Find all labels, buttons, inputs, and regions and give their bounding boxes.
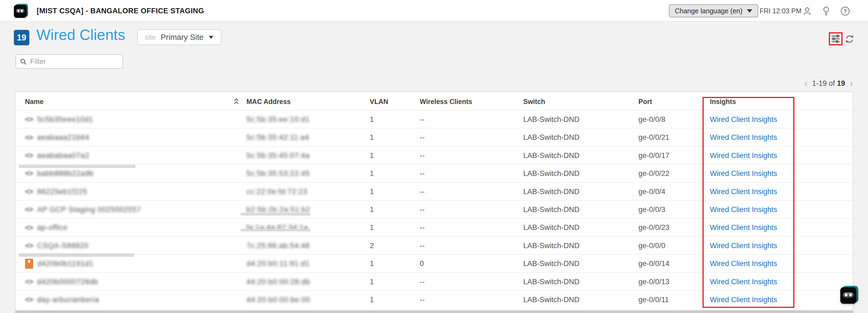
wired-device-icon: <> [25, 277, 33, 286]
site-selector[interactable]: site Primary Site [137, 29, 221, 45]
next-page-icon[interactable]: › [849, 78, 853, 89]
wired-client-insights-link[interactable]: Wired Client Insights [710, 201, 777, 218]
horizontal-scrollbar[interactable] [16, 310, 853, 313]
redaction-bar [241, 213, 310, 215]
wired-client-insights-link[interactable]: Wired Client Insights [710, 183, 777, 201]
port-value: ge-0/0/17 [639, 147, 670, 165]
site-selector-value: Primary Site [160, 33, 204, 42]
wired-client-insights-link[interactable]: Wired Client Insights [710, 237, 777, 255]
vlan-value: 1 [370, 291, 374, 309]
annotation-highlight-table-settings-icon [829, 32, 842, 45]
client-name-cell: <> AP GCP Staging 0025002557 [25, 201, 141, 218]
column-header-wireless[interactable]: Wireless Clients [420, 92, 472, 110]
wireless-clients-value: -- [420, 183, 425, 201]
table-row: <> aeababaa07a2 5c:5b:35:45:07:4a 1 -- L… [16, 146, 853, 164]
wired-client-insights-link[interactable]: Wired Client Insights [710, 110, 777, 129]
pagination: ‹ 1-19 of 19 › [804, 78, 853, 89]
refresh-icon[interactable] [844, 34, 855, 44]
column-header-insights[interactable]: Insights [710, 92, 736, 110]
port-value: ge-0/0/8 [639, 110, 665, 129]
whats-new-bulb-icon[interactable] [821, 6, 831, 16]
vlan-value: 1 [370, 110, 374, 129]
wired-client-insights-link[interactable]: Wired Client Insights [710, 218, 777, 237]
wired-clients-page: [MIST CSQA] - BANGALORE OFFICE STAGING C… [0, 0, 868, 313]
redaction-bar [19, 165, 135, 168]
vlan-value: 1 [370, 273, 374, 291]
change-language-button[interactable]: Change language (en) [669, 4, 758, 18]
chevron-down-icon [747, 9, 752, 13]
prev-page-icon[interactable]: ‹ [804, 78, 808, 89]
switch-name: LAB-Switch-DND [523, 165, 580, 182]
client-name-cell: <> 5c5b35eee10d1 [25, 110, 93, 129]
vlan-value: 1 [370, 218, 374, 237]
column-header-port[interactable]: Port [639, 92, 652, 110]
switch-name: LAB-Switch-DND [523, 218, 580, 237]
client-name: aeababaa07a2 [37, 147, 89, 165]
switch-name: LAB-Switch-DND [523, 129, 580, 146]
table-settings-icon[interactable] [831, 34, 841, 44]
column-header-name[interactable]: Name [25, 92, 43, 110]
filter-input[interactable] [30, 57, 119, 66]
wired-device-icon: <> [25, 205, 33, 214]
table-row: <> ap-office fa:1a:4a:87:34:1a 1 -- LAB-… [16, 218, 853, 236]
marvis-logo-icon [14, 4, 28, 18]
wireless-clients-value: -- [420, 129, 425, 146]
chevron-down-icon [209, 36, 214, 39]
client-name: ap-office [37, 218, 68, 237]
mac-address: fa:1a:4a:87:34:1a [246, 218, 308, 237]
client-name: 88225eb1f225 [37, 183, 88, 201]
mac-address: 44:20:b0:00:28:db [246, 273, 310, 291]
mac-address: 5c:5b:35:53:22:45 [246, 165, 310, 182]
wired-client-insights-link[interactable]: Wired Client Insights [710, 147, 777, 165]
mac-address: 44:20:b0:00:be:00 [246, 291, 310, 309]
wired-device-icon: <> [25, 115, 33, 124]
vlan-value: 1 [370, 201, 374, 218]
port-value: ge-0/0/4 [639, 183, 665, 201]
help-icon[interactable]: ? [840, 6, 850, 16]
table-row: <> aeabaaa21b64 5c:5b:35:42:11:a4 1 -- L… [16, 128, 853, 146]
table-row: <> AP GCP Staging 0025002557 b2:5b:2b:2a… [16, 200, 853, 218]
mac-address: b2:5b:2b:2a:51:b2 [246, 201, 310, 218]
wireless-clients-value: -- [420, 291, 425, 309]
wired-client-insights-link[interactable]: Wired Client Insights [710, 273, 777, 291]
wired-device-icon: <> [25, 151, 33, 160]
wired-device-icon: <> [25, 169, 33, 178]
port-value: ge-0/0/22 [639, 165, 670, 182]
wired-client-insights-link[interactable]: Wired Client Insights [710, 165, 777, 182]
client-name: d420b0b1191d1 [37, 255, 93, 273]
switch-name: LAB-Switch-DND [523, 255, 580, 273]
switch-name: LAB-Switch-DND [523, 183, 580, 201]
wired-client-insights-link[interactable]: Wired Client Insights [710, 291, 777, 309]
wired-device-icon: <> [25, 223, 33, 232]
port-value: ge-0/0/0 [639, 237, 665, 255]
client-name-cell: <> CSQA-S88820 [25, 237, 89, 255]
change-language-label: Change language (en) [675, 7, 743, 15]
mac-address: 5c:5b:35:45:07:4a [246, 147, 310, 165]
marvis-chat-launcher-icon[interactable] [840, 286, 858, 304]
table-row: d420b0b1191d1 d4:20:b0:11:91:d1 1 0 LAB-… [16, 254, 853, 272]
client-name-cell: <> day-arburianberia [25, 291, 99, 309]
wireless-clients-value: -- [420, 201, 425, 218]
table-header-row: Name MAC Address VLAN Wireless Clients S… [16, 92, 853, 110]
wired-client-insights-link[interactable]: Wired Client Insights [710, 129, 777, 146]
wired-client-insights-link[interactable]: Wired Client Insights [710, 255, 777, 273]
column-header-vlan[interactable]: VLAN [370, 92, 388, 110]
mac-address: 5c:5b:35:ee:10:d1 [246, 110, 310, 129]
sort-ascending-icon[interactable] [233, 98, 240, 106]
table-row: <> CSQA-S88820 7c:25:86:ab:54:48 2 -- LA… [16, 236, 853, 254]
client-name-cell: <> aeababaa07a2 [25, 147, 89, 165]
wireless-clients-value: -- [420, 273, 425, 291]
client-name: AP GCP Staging 0025002557 [37, 201, 141, 218]
account-icon[interactable] [802, 6, 812, 16]
wired-device-icon: <> [25, 241, 33, 250]
port-value: ge-0/0/13 [639, 273, 670, 291]
client-name-cell: <> aeabaaa21b64 [25, 129, 89, 146]
mac-address: 7c:25:86:ab:54:48 [246, 237, 310, 255]
site-selector-label: site [145, 33, 156, 41]
column-header-switch[interactable]: Switch [523, 92, 545, 110]
search-icon [20, 58, 27, 65]
column-header-mac[interactable]: MAC Address [246, 92, 291, 110]
vlan-value: 1 [370, 129, 374, 146]
redaction-bar [19, 253, 134, 257]
switch-name: LAB-Switch-DND [523, 291, 580, 309]
